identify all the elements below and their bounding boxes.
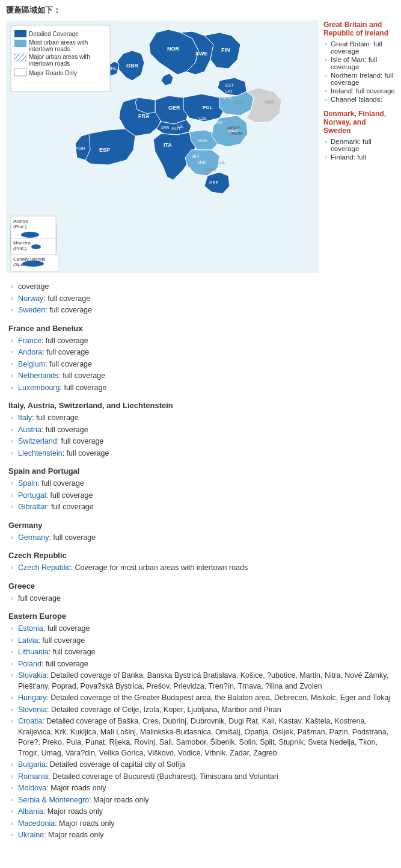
svg-text:GBR: GBR xyxy=(126,63,139,69)
serbia-link[interactable]: Serbia & Montenegro xyxy=(18,796,89,804)
slovakia-item: Slovakia: Detailed coverage of Banka, Ba… xyxy=(8,670,393,692)
italy-list: Italy: full coverage Austria: full cover… xyxy=(8,412,393,459)
luxembourg-item: Luxembourg: full coverage xyxy=(8,382,393,394)
region-france-benelux: France and Benelux France: full coverage… xyxy=(8,324,393,394)
germany-link[interactable]: Germany xyxy=(18,533,49,542)
netherlands-item: Netherlands: full coverage xyxy=(8,370,393,382)
region-czech: Czech Republic Czech Republic: Coverage … xyxy=(8,551,393,574)
gibraltar-item: Gibraltar: full coverage xyxy=(8,501,393,513)
map-container: GBR IRL NOR SWE FIN FRA ESP GER ITA AUT … xyxy=(6,20,319,275)
albania-link[interactable]: Albania xyxy=(18,807,43,816)
slovakia-link[interactable]: Slovakia xyxy=(18,671,46,680)
svg-text:FYRM: FYRM xyxy=(204,167,216,172)
svg-text:Detailed Coverage: Detailed Coverage xyxy=(29,31,79,37)
croatia-link[interactable]: Croatia xyxy=(18,717,42,725)
bulgaria-item: Bulgaria: Detailed coverage of capital c… xyxy=(8,759,393,771)
italy-link[interactable]: Italy xyxy=(18,414,32,422)
slovenia-item: Slovenia: Detailed coverage of Celje, Iz… xyxy=(8,704,393,716)
sidebar-list-nordic: Denmark: full coverage Finland: full xyxy=(323,137,395,161)
latvia-item: Latvia: full coverage xyxy=(8,635,393,647)
germany-item: Germany: full coverage xyxy=(8,532,393,544)
slovenia-link[interactable]: Slovenia xyxy=(18,705,47,714)
svg-text:(Port.): (Port.) xyxy=(13,246,27,251)
france-list: France: full coverage Andora: full cover… xyxy=(8,335,393,394)
switzerland-link[interactable]: Switzerland xyxy=(18,437,57,445)
greece-item: full coverage xyxy=(8,593,393,605)
ukraine-link[interactable]: Ukraine xyxy=(18,831,44,839)
svg-rect-65 xyxy=(14,69,26,76)
svg-text:UKR: UKR xyxy=(265,99,275,105)
czech-link[interactable]: Czech Republic xyxy=(18,563,71,572)
svg-point-79 xyxy=(31,244,41,249)
poland-link[interactable]: Poland xyxy=(18,660,41,668)
estonia-link[interactable]: Estonia xyxy=(18,624,43,633)
region-title-france: France and Benelux xyxy=(8,324,393,333)
norway-item: Norway: full coverage xyxy=(8,293,393,305)
macedonia-link[interactable]: Macedonia xyxy=(18,819,55,828)
sidebar-item: Northern Ireland: full coverage xyxy=(323,71,395,87)
andora-item: Andora: full coverage xyxy=(8,347,393,359)
svg-text:Madeira: Madeira xyxy=(13,240,31,246)
gibraltar-link[interactable]: Gibraltar xyxy=(18,503,47,511)
latvia-link[interactable]: Latvia xyxy=(18,636,38,645)
germany-list: Germany: full coverage xyxy=(8,532,393,544)
sidebar-list-gb: Great Britain: full coverage Isle of Man… xyxy=(323,40,395,104)
spain-link[interactable]: Spain xyxy=(18,479,37,488)
region-title-greece: Greece xyxy=(8,581,393,591)
eastern-list: Estonia: full coverage Latvia: full cove… xyxy=(8,623,393,842)
sidebar-item: Channel Islands: xyxy=(323,95,395,104)
macedonia-item: Macedonia: Major roads only xyxy=(8,818,393,830)
map-section: GBR IRL NOR SWE FIN FRA ESP GER ITA AUT … xyxy=(6,20,395,275)
greece-list: full coverage xyxy=(8,593,393,605)
bulgaria-link[interactable]: Bulgaria xyxy=(18,760,46,769)
serbia-item: Serbia & Montenegro: Major roads only xyxy=(8,795,393,807)
svg-text:IRL: IRL xyxy=(109,66,117,71)
svg-point-83 xyxy=(22,261,44,267)
svg-rect-55 xyxy=(14,30,26,37)
svg-text:ROU: ROU xyxy=(227,126,237,131)
sidebar-item: Great Britain: full coverage xyxy=(323,40,395,55)
lithuania-link[interactable]: Lithuania xyxy=(18,648,49,656)
svg-text:SVK: SVK xyxy=(215,120,223,125)
luxembourg-link[interactable]: Luxembourg xyxy=(18,383,60,392)
svg-text:CZE: CZE xyxy=(198,116,207,120)
estonia-item: Estonia: full coverage xyxy=(8,623,393,635)
region-title-italy: Italy, Austria, Switzerland, and Liechte… xyxy=(8,401,393,410)
svg-rect-62 xyxy=(14,54,26,61)
europe-map: GBR IRL NOR SWE FIN FRA ESP GER ITA AUT … xyxy=(6,20,319,273)
czech-item: Czech Republic: Coverage for most urban … xyxy=(8,562,393,574)
liechtenstein-link[interactable]: Liechtenstein xyxy=(18,449,63,457)
region-nordic-continued: coverage Norway: full coverage Sweden: f… xyxy=(8,281,393,317)
andora-link[interactable]: Andora xyxy=(18,348,42,356)
norway-link[interactable]: Norway xyxy=(18,294,43,303)
france-link[interactable]: France xyxy=(18,336,41,345)
spain-item: Spain: full coverage xyxy=(8,478,393,490)
austria-link[interactable]: Austria xyxy=(18,426,41,434)
hungary-link[interactable]: Hungary xyxy=(18,693,46,702)
page-title: 覆蓋區域如下： xyxy=(6,5,395,16)
moldova-link[interactable]: Moldova xyxy=(18,784,46,792)
belgium-item: Belgium: full coverage xyxy=(8,359,393,371)
region-eastern-europe: Eastern Europe Estonia: full coverage La… xyxy=(8,612,393,842)
sidebar-group-title-gb: Great Britain and Republic of Ireland xyxy=(323,20,395,37)
spain-list: Spain: full coverage Portugal: full cove… xyxy=(8,478,393,513)
coverage-item: coverage xyxy=(8,281,393,293)
italy-item: Italy: full coverage xyxy=(8,412,393,424)
region-title-spain: Spain and Portugal xyxy=(8,467,393,476)
svg-text:LUL: LUL xyxy=(218,160,225,164)
region-greece: Greece full coverage xyxy=(8,581,393,605)
sweden-link[interactable]: Sweden xyxy=(18,306,45,314)
svg-text:EST: EST xyxy=(225,83,234,87)
svg-rect-57 xyxy=(14,40,26,47)
czech-list: Czech Republic: Coverage for most urban … xyxy=(8,562,393,574)
svg-text:LTU: LTU xyxy=(224,95,231,99)
romania-link[interactable]: Romania xyxy=(18,772,48,781)
netherlands-link[interactable]: Netherlands xyxy=(18,371,58,380)
belgium-link[interactable]: Belgium xyxy=(18,360,45,368)
region-title-germany: Germany xyxy=(8,521,393,530)
portugal-link[interactable]: Portugal xyxy=(18,491,46,500)
svg-text:GRE: GRE xyxy=(209,181,219,185)
poland-item: Poland: full coverage xyxy=(8,659,393,671)
lithuania-item: Lithuania: full coverage xyxy=(8,646,393,659)
switzerland-item: Switzerland: full coverage xyxy=(8,436,393,448)
